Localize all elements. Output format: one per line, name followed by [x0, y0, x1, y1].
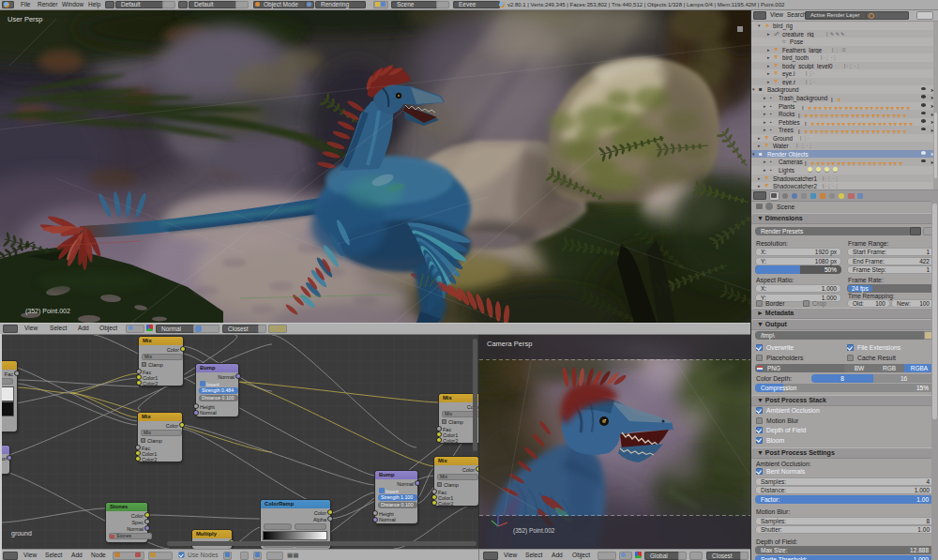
svg-text:Camera Persp: Camera Persp	[487, 340, 532, 348]
svg-text:(352) Point.002: (352) Point.002	[513, 527, 555, 535]
svg-text:(352) Point.002: (352) Point.002	[25, 308, 70, 315]
svg-text:User Persp: User Persp	[8, 15, 43, 23]
